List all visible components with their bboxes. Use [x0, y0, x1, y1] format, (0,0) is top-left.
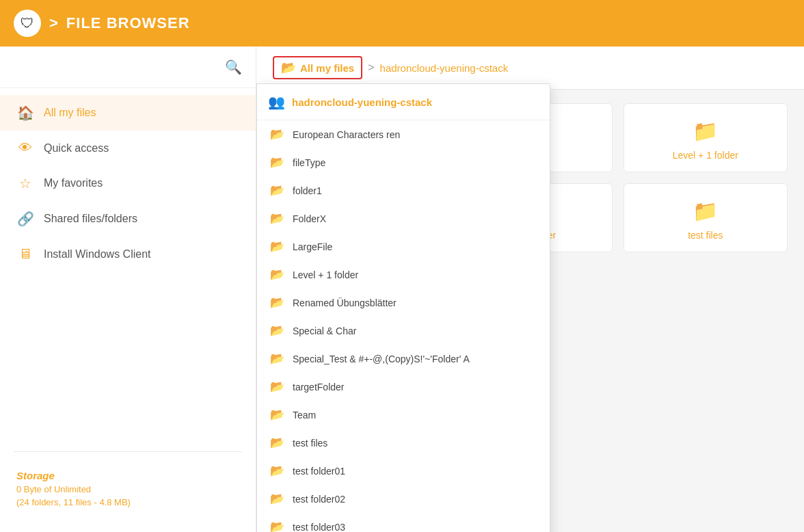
- dropdown-item[interactable]: 📂 FolderX: [257, 204, 550, 232]
- storage-detail2: (24 folders, 11 files - 4.8 MB): [16, 497, 239, 507]
- dropdown-item-label: folder1: [293, 185, 322, 196]
- folder-icon: 📂: [269, 323, 284, 338]
- app-title: FILE BROWSER: [66, 14, 190, 32]
- folder-icon: 📂: [269, 492, 284, 506]
- sidebar-nav: 🏠 All my files 👁 Quick access ☆ My favor…: [0, 88, 256, 444]
- file-card-folder-icon: 📁: [693, 199, 718, 223]
- folder-icon: 📂: [269, 464, 284, 478]
- dropdown-item-label: Level + 1 folder: [293, 269, 358, 280]
- dropdown-item[interactable]: 📂 test files: [257, 429, 550, 457]
- folder-icon: 📂: [269, 211, 284, 226]
- dropdown-item[interactable]: 📂 Special & Char: [257, 317, 550, 345]
- logo-icon: 🛡: [21, 16, 34, 31]
- dropdown-item[interactable]: 📂 folder1: [257, 176, 550, 204]
- sidebar-divider: [14, 451, 242, 452]
- content-area: 📂 All my files > hadroncloud-yuening-cst…: [256, 46, 804, 532]
- folder-icon: 📂: [269, 380, 284, 394]
- dropdown-item[interactable]: 📂 test folder02: [257, 485, 550, 513]
- all-my-files-icon: 🏠: [16, 105, 34, 121]
- folder-icon: 📂: [269, 520, 284, 532]
- my-favorites-icon: ☆: [16, 175, 34, 191]
- dropdown-item-label: targetFolder: [293, 382, 344, 393]
- dropdown-item-label: test folder01: [293, 466, 345, 477]
- sidebar-item-all-my-files[interactable]: 🏠 All my files: [0, 95, 256, 131]
- storage-label: Storage: [16, 470, 239, 481]
- dropdown-item[interactable]: 📂 LargeFile: [257, 232, 550, 261]
- file-card[interactable]: 📁 Level + 1 folder: [624, 103, 788, 172]
- sidebar-item-label: All my files: [44, 107, 96, 119]
- breadcrumb-current-path: hadroncloud-yuening-cstack: [380, 62, 509, 74]
- sidebar-item-shared[interactable]: 🔗 Shared files/folders: [0, 201, 256, 237]
- dropdown-item-label: Special & Char: [293, 325, 356, 336]
- sidebar-search-bar: 🔍: [0, 46, 256, 88]
- folder-icon: 📂: [269, 127, 284, 142]
- storage-detail1: 0 Byte of Unlimited: [16, 484, 239, 494]
- dropdown-item-label: LargeFile: [293, 241, 332, 252]
- dropdown-item[interactable]: 📂 test folder01: [257, 457, 550, 485]
- sidebar-item-label: Quick access: [44, 142, 109, 155]
- dropdown-item[interactable]: 📂 Team: [257, 401, 550, 429]
- dropdown-item-label: test files: [293, 438, 327, 449]
- dropdown-team-icon: 👥: [268, 94, 285, 110]
- dropdown-item-label: FolderX: [293, 213, 326, 224]
- folder-icon: 📂: [269, 295, 284, 310]
- breadcrumb-separator: >: [368, 62, 374, 74]
- file-card[interactable]: 📁 test files: [624, 183, 788, 252]
- dropdown-item[interactable]: 📂 targetFolder: [257, 373, 550, 401]
- storage-section: Storage 0 Byte of Unlimited (24 folders,…: [0, 459, 256, 518]
- folder-icon: 📂: [269, 267, 284, 282]
- sidebar-item-install[interactable]: 🖥 Install Windows Client: [0, 237, 256, 271]
- dropdown-item-label: fileType: [293, 157, 325, 168]
- install-icon: 🖥: [16, 246, 34, 262]
- dropdown-item[interactable]: 📂 Special_Test & #+-@,(Copy)S!'~'Folder'…: [257, 345, 550, 373]
- sidebar-item-label: My favorites: [44, 177, 103, 189]
- shared-icon: 🔗: [16, 211, 34, 227]
- sidebar-item-quick-access[interactable]: 👁 Quick access: [0, 131, 256, 165]
- dropdown-header: 👥 hadroncloud-yuening-cstack: [257, 84, 550, 120]
- sidebar-item-my-favorites[interactable]: ☆ My favorites: [0, 165, 256, 201]
- sidebar: 🔍 🏠 All my files 👁 Quick access ☆ My fav…: [0, 46, 256, 532]
- app-logo: 🛡: [14, 10, 41, 37]
- quick-access-icon: 👁: [16, 140, 34, 156]
- dropdown-item[interactable]: 📂 fileType: [257, 148, 550, 176]
- breadcrumb-allfiles-label: All my files: [300, 62, 354, 74]
- search-button[interactable]: 🔍: [225, 59, 242, 75]
- sidebar-item-label: Shared files/folders: [44, 213, 137, 225]
- dropdown-item-label: Renamed Übungsblätter: [293, 297, 397, 308]
- folder-icon: 📂: [269, 155, 284, 170]
- breadcrumb-folder-icon: 📂: [281, 60, 296, 75]
- app-header: 🛡 > FILE BROWSER: [0, 0, 804, 46]
- dropdown-item-label: Special_Test & #+-@,(Copy)S!'~'Folder' A: [293, 354, 470, 364]
- folder-icon: 📂: [269, 239, 284, 254]
- dropdown-item[interactable]: 📂 Renamed Übungsblätter: [257, 289, 550, 317]
- dropdown-item[interactable]: 📂 test folder03: [257, 513, 550, 532]
- dropdown-item[interactable]: 📂 European Characters ren: [257, 120, 550, 148]
- folder-icon: 📂: [269, 351, 284, 366]
- folder-icon: 📂: [269, 408, 284, 422]
- dropdown-item-label: test folder02: [293, 494, 345, 505]
- dropdown-item-label: test folder03: [293, 522, 345, 533]
- folder-icon: 📂: [269, 183, 284, 198]
- folder-icon: 📂: [269, 436, 284, 450]
- file-card-name: test files: [688, 230, 723, 241]
- header-arrow: >: [49, 14, 58, 32]
- dropdown-header-label: hadroncloud-yuening-cstack: [292, 96, 432, 108]
- all-my-files-breadcrumb[interactable]: 📂 All my files: [273, 56, 362, 79]
- dropdown-item-label: European Characters ren: [293, 129, 400, 140]
- sidebar-item-label: Install Windows Client: [44, 248, 151, 261]
- file-card-name: Level + 1 folder: [673, 150, 738, 161]
- file-card-folder-icon: 📁: [693, 119, 718, 143]
- dropdown-item[interactable]: 📂 Level + 1 folder: [257, 261, 550, 289]
- folder-dropdown: 👥 hadroncloud-yuening-cstack 📂 European …: [256, 83, 550, 532]
- main-layout: 🔍 🏠 All my files 👁 Quick access ☆ My fav…: [0, 46, 804, 532]
- dropdown-item-label: Team: [293, 410, 316, 421]
